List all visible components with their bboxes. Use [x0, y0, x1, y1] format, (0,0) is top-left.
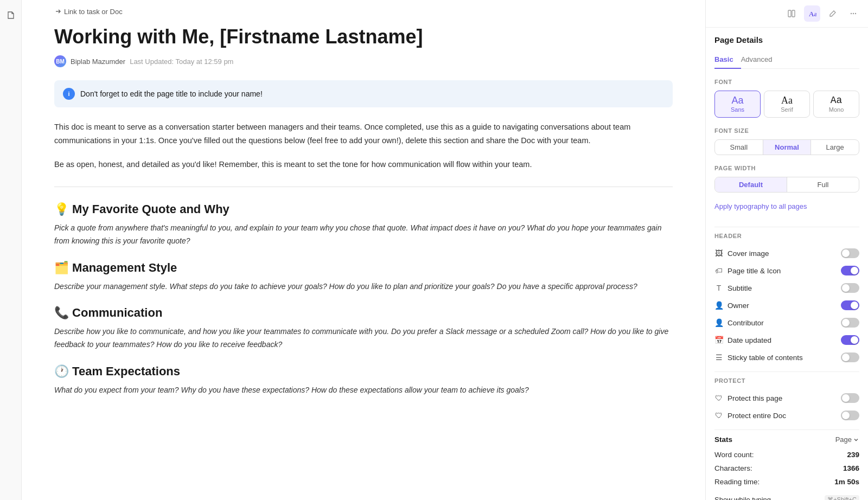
- toggle-switch-header-toggles-3[interactable]: [841, 300, 859, 310]
- stats-page-label: Page: [835, 435, 852, 444]
- section-divider: [54, 187, 673, 187]
- protect-divider: [714, 371, 859, 372]
- edit-icon-button[interactable]: [825, 5, 841, 22]
- page-width-default[interactable]: Default: [715, 177, 787, 192]
- toggle-switch-header-toggles-0[interactable]: [841, 248, 859, 258]
- stat-label-0: Word count:: [714, 451, 754, 459]
- toggle-switch-header-toggles-1[interactable]: [841, 266, 859, 275]
- panel-title: Page Details: [714, 35, 859, 44]
- section-2: 📞 CommunicationDescribe how you like to …: [54, 306, 673, 351]
- more-icon-button[interactable]: [845, 5, 861, 22]
- font-option-sans[interactable]: Aa Sans: [714, 91, 761, 118]
- toggle-row-header-toggles-2: TSubtitle: [714, 279, 859, 297]
- font-size-options: Small Normal Large: [714, 139, 859, 155]
- section-0: 💡 My Favorite Quote and WhyPick a quote …: [54, 202, 673, 248]
- right-panel: Aa Page Details Basic Advanced Font Aa: [705, 0, 868, 500]
- toggle-row-header-toggles-3: 👤Owner: [714, 297, 859, 314]
- info-icon: i: [63, 88, 75, 100]
- stats-divider: [714, 430, 859, 430]
- font-sample-serif: Aa: [781, 95, 793, 105]
- link-to-task-button[interactable]: Link to task or Doc: [54, 8, 123, 16]
- body-paragraph-1: This doc is meant to serve as a conversa…: [54, 120, 673, 147]
- header-divider: [714, 227, 859, 227]
- toggle-text-6: Sticky table of contents: [727, 354, 803, 362]
- toggle-row-protect-toggles-1: 🛡Protect entire Doc: [714, 407, 859, 424]
- tab-advanced[interactable]: Advanced: [741, 52, 780, 69]
- tab-row: Basic Advanced: [714, 52, 859, 69]
- toggle-icon-5: 📅: [714, 336, 723, 344]
- add-page-button[interactable]: [3, 8, 18, 23]
- toggle-switch-header-toggles-5[interactable]: [841, 335, 859, 345]
- font-section-label: Font: [714, 79, 859, 85]
- last-updated: Last Updated: Today at 12:59 pm: [130, 57, 233, 66]
- font-size-large[interactable]: Large: [811, 140, 859, 155]
- section-heading-3: 🕐 Team Expectations: [54, 364, 673, 379]
- apply-typography-link[interactable]: Apply typography to all pages: [714, 202, 807, 210]
- font-size-normal[interactable]: Normal: [763, 140, 812, 155]
- toggle-row-header-toggles-0: 🖼Cover image: [714, 245, 859, 262]
- toggle-switch-header-toggles-4[interactable]: [841, 318, 859, 328]
- stat-label-1: Characters:: [714, 464, 752, 472]
- font-size-small[interactable]: Small: [715, 140, 763, 155]
- link-to-task-label: Link to task or Doc: [64, 8, 123, 16]
- show-while-typing-label: Show while typing: [714, 496, 771, 500]
- toggle-icon-1: 🏷: [714, 266, 723, 275]
- layout-icon-button[interactable]: [783, 5, 800, 22]
- toggle-row-header-toggles-1: 🏷Page title & Icon: [714, 262, 859, 279]
- header-section-label: HEADER: [714, 233, 859, 239]
- toggle-label-6: ☰Sticky table of contents: [714, 353, 803, 362]
- tab-basic[interactable]: Basic: [714, 52, 741, 69]
- left-sidebar: Add page: [0, 0, 22, 500]
- toggle-text-1: Page title & Icon: [727, 267, 781, 275]
- toggle-icon-2: T: [714, 284, 723, 292]
- toggle-label-0: 🖼Cover image: [714, 249, 769, 258]
- svg-point-3: [851, 13, 852, 14]
- toggle-icon-0: 🖼: [714, 249, 723, 258]
- section-heading-2: 📞 Communication: [54, 306, 673, 320]
- toggle-row-header-toggles-5: 📅Date updated: [714, 331, 859, 349]
- font-label-sans: Sans: [731, 106, 744, 113]
- topbar: Link to task or Doc: [54, 0, 673, 20]
- toggle-text-4: Contributor: [727, 319, 764, 327]
- typography-icon-button[interactable]: Aa: [804, 5, 820, 22]
- info-message: Don't forget to edit the page title to i…: [80, 89, 263, 98]
- font-label-mono: Mono: [829, 106, 844, 113]
- info-box: i Don't forget to edit the page title to…: [54, 80, 673, 107]
- toggle-switch-header-toggles-6[interactable]: [841, 352, 859, 362]
- toggle-text-2: Subtitle: [727, 284, 752, 292]
- toggle-icon-0: 🛡: [714, 394, 723, 402]
- stats-page-button[interactable]: Page: [835, 435, 859, 444]
- toggle-label-2: TSubtitle: [714, 284, 752, 292]
- font-options: Aa Sans Aa Serif Aa Mono: [714, 91, 859, 118]
- toggle-switch-protect-toggles-1[interactable]: [841, 411, 859, 420]
- font-option-mono[interactable]: Aa Mono: [813, 91, 859, 118]
- panel-top-icons: Aa: [706, 0, 868, 28]
- show-while-typing-row: Show while typing ⌘+Shift+C: [714, 491, 859, 500]
- font-size-label: Font Size: [714, 127, 859, 134]
- stat-row-1: Characters:1366: [714, 461, 859, 475]
- toggle-text-1: Protect entire Doc: [727, 412, 786, 420]
- protect-toggles-container: 🛡Protect this page🛡Protect entire Doc: [714, 389, 859, 424]
- font-option-serif[interactable]: Aa Serif: [764, 91, 810, 118]
- toggle-label-1: 🏷Page title & Icon: [714, 266, 781, 275]
- section-1: 🗂️ Management StyleDescribe your managem…: [54, 261, 673, 293]
- page-title: Working with Me, [Firstname Lastname]: [54, 24, 673, 49]
- toggle-switch-protect-toggles-0[interactable]: [841, 393, 859, 403]
- toggle-label-1: 🛡Protect entire Doc: [714, 411, 786, 420]
- toggle-switch-header-toggles-2[interactable]: [841, 283, 859, 293]
- protect-section-label: PROTECT: [714, 377, 859, 384]
- svg-text:Aa: Aa: [809, 10, 816, 18]
- page-width-full[interactable]: Full: [787, 177, 859, 192]
- body-paragraph-2: Be as open, honest, and detailed as you'…: [54, 158, 673, 171]
- svg-point-4: [853, 13, 854, 14]
- toggle-icon-4: 👤: [714, 318, 723, 327]
- stat-label-2: Reading time:: [714, 478, 760, 486]
- toggle-text-5: Date updated: [727, 336, 771, 344]
- show-while-typing-shortcut: ⌘+Shift+C: [825, 495, 859, 500]
- avatar: BM: [54, 55, 66, 67]
- toggle-row-header-toggles-4: 👤Contributor: [714, 314, 859, 331]
- section-body-0: Pick a quote from anywhere that's meanin…: [54, 222, 673, 248]
- toggle-icon-3: 👤: [714, 301, 723, 310]
- section-heading-0: 💡 My Favorite Quote and Why: [54, 202, 673, 216]
- font-sample-sans: Aa: [731, 95, 743, 105]
